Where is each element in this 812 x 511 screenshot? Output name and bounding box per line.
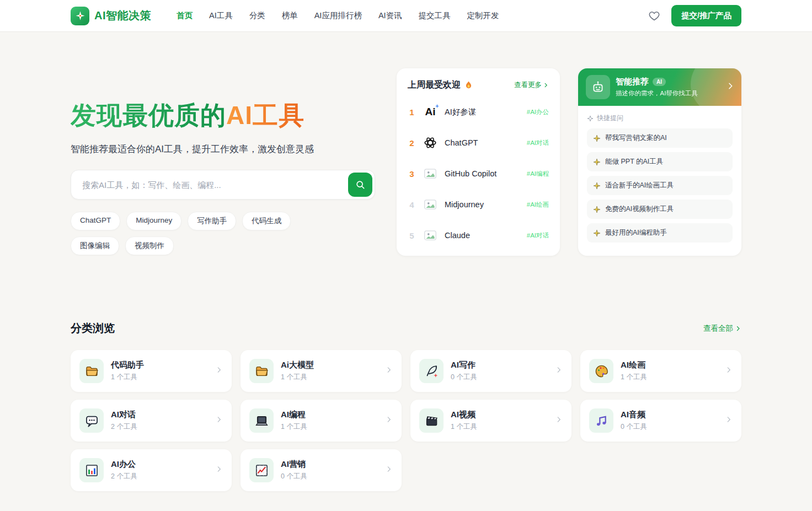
- tag-code-generation[interactable]: 代码生成: [242, 212, 291, 230]
- recommend-title: 智能推荐: [616, 77, 649, 87]
- popular-item-4[interactable]: 4 Midjourney #AI绘画: [408, 189, 549, 220]
- chevron-right-icon: [385, 416, 393, 426]
- chat-bubble-icon: [79, 408, 104, 433]
- quick-question-1[interactable]: 帮我写营销文案的AI: [587, 128, 733, 148]
- line-chart-icon: [249, 458, 274, 482]
- chevron-right-icon: [215, 416, 223, 426]
- category-card-ai-llm[interactable]: Ai大模型1 个工具: [241, 350, 402, 392]
- search-button[interactable]: [348, 173, 372, 197]
- ai-text-logo: Ai: [421, 104, 439, 120]
- sparkles-icon: [593, 135, 601, 142]
- search-input[interactable]: [71, 170, 375, 200]
- folder-icon: [249, 359, 274, 383]
- chevron-right-icon: [385, 366, 393, 376]
- popular-item-1[interactable]: 1 Ai AI好参谋 #AI办公: [408, 96, 549, 127]
- view-all-link[interactable]: 查看全部: [703, 324, 741, 334]
- quick-question-2[interactable]: 能做 PPT 的AI工具: [587, 152, 733, 171]
- recommend-subtitle: 描述你的需求，AI帮你找工具: [616, 89, 698, 98]
- category-card-ai-audio[interactable]: AI音频0 个工具: [580, 400, 741, 442]
- nav-item-submit-tool[interactable]: 提交工具: [419, 10, 451, 21]
- chevron-right-icon: [726, 82, 735, 93]
- hot-tags: ChatGPT Midjourney 写作助手 代码生成 图像编辑 视频制作: [71, 212, 335, 255]
- ai-badge: AI: [653, 78, 666, 86]
- smart-recommend-card: 智能推荐 AI 描述你的需求，AI帮你找工具 快捷提问 帮我写: [578, 68, 741, 256]
- category-card-ai-office[interactable]: AI办公2 个工具: [71, 449, 232, 491]
- laptop-icon: [249, 408, 274, 433]
- image-placeholder-icon: [421, 165, 439, 182]
- category-card-ai-writing[interactable]: AI写作0 个工具: [410, 350, 571, 392]
- nav-item-custom-dev[interactable]: 定制开发: [467, 10, 499, 21]
- category-card-ai-video[interactable]: AI视频1 个工具: [410, 400, 571, 442]
- chevron-right-icon: [725, 416, 733, 426]
- chevron-right-icon: [725, 366, 733, 376]
- title-green-part: 发现最优质的: [71, 101, 226, 130]
- quick-question-5[interactable]: 最好用的AI编程助手: [587, 223, 733, 243]
- clapperboard-icon: [419, 408, 444, 433]
- brand-name: AI智能决策: [94, 8, 151, 23]
- category-card-ai-coding[interactable]: AI编程1 个工具: [241, 400, 402, 442]
- image-placeholder-icon: [421, 227, 439, 244]
- nav-item-categories[interactable]: 分类: [249, 10, 265, 21]
- title-orange-part: AI工具: [226, 101, 304, 130]
- search-icon: [355, 179, 366, 190]
- feather-icon: [419, 359, 444, 383]
- folder-icon: [79, 359, 104, 383]
- nav-item-ai-news[interactable]: AI资讯: [378, 10, 402, 21]
- tag-video-production[interactable]: 视频制作: [125, 236, 174, 255]
- category-card-ai-painting[interactable]: AI绘画1 个工具: [580, 350, 741, 392]
- tag-midjourney[interactable]: Midjourney: [126, 212, 181, 230]
- music-note-icon: [589, 408, 613, 433]
- nav-links: 首页 AI工具 分类 榜单 AI应用排行榜 AI资讯 提交工具 定制开发: [177, 10, 499, 21]
- page-title: 发现最优质的AI工具: [71, 100, 378, 131]
- nav-item-app-leaderboard[interactable]: AI应用排行榜: [314, 10, 362, 21]
- tag-writing-assistant[interactable]: 写作助手: [188, 212, 236, 230]
- hero-subtitle: 智能推荐最适合你的AI工具，提升工作效率，激发创意灵感: [71, 143, 378, 155]
- quick-question-3[interactable]: 适合新手的AI绘画工具: [587, 176, 733, 195]
- image-placeholder-icon: [421, 196, 439, 213]
- nav-item-home[interactable]: 首页: [177, 10, 193, 21]
- tag-chatgpt[interactable]: ChatGPT: [71, 212, 120, 230]
- category-card-ai-chat[interactable]: AI对话2 个工具: [71, 400, 232, 442]
- popular-item-5[interactable]: 5 Claude #AI对话: [408, 220, 549, 251]
- chevron-right-icon: [735, 325, 741, 332]
- sparkles-icon: [593, 182, 601, 190]
- nav-item-rankings[interactable]: 榜单: [282, 10, 298, 21]
- popular-item-3[interactable]: 3 GitHub Copilot #AI编程: [408, 158, 549, 189]
- popular-title: 上周最受欢迎: [408, 79, 473, 91]
- quick-question-4[interactable]: 免费的AI视频制作工具: [587, 200, 733, 219]
- chevron-right-icon: [215, 366, 223, 376]
- brand-logo[interactable]: AI智能决策: [71, 7, 151, 25]
- sparkles-icon: [593, 158, 601, 166]
- tag-image-editing[interactable]: 图像编辑: [71, 236, 119, 255]
- categories-title: 分类浏览: [71, 321, 115, 336]
- robot-icon: [586, 75, 610, 99]
- popular-item-2[interactable]: 2 ChatGPT #AI对话: [408, 127, 549, 158]
- chevron-right-icon: [555, 416, 563, 426]
- chevron-right-icon: [543, 82, 549, 88]
- chevron-right-icon: [385, 465, 393, 475]
- hero-section: 发现最优质的AI工具 智能推荐最适合你的AI工具，提升工作效率，激发创意灵感 C…: [71, 68, 378, 255]
- bar-chart-icon: [79, 458, 104, 482]
- nav-item-ai-tools[interactable]: AI工具: [209, 10, 233, 21]
- sparkles-icon: [593, 229, 601, 237]
- view-more-link[interactable]: 查看更多: [514, 80, 549, 90]
- chevron-right-icon: [215, 465, 223, 475]
- sparkles-icon: [593, 206, 601, 213]
- top-navbar: AI智能决策 首页 AI工具 分类 榜单 AI应用排行榜 AI资讯 提交工具 定…: [0, 0, 812, 31]
- chevron-right-icon: [555, 366, 563, 376]
- quick-questions-label: 快捷提问: [587, 114, 733, 123]
- smart-recommend-banner[interactable]: 智能推荐 AI 描述你的需求，AI帮你找工具: [578, 68, 741, 106]
- sparkle-outline-icon: [587, 115, 594, 122]
- categories-section: 分类浏览 查看全部 代码助手1 个工具 Ai大模型1 个工具: [71, 321, 741, 491]
- popular-last-week-card: 上周最受欢迎 查看更多 1 Ai AI好参谋 #AI办公 2: [397, 68, 560, 256]
- submit-promote-button[interactable]: 提交/推广产品: [671, 5, 741, 26]
- compass-star-icon: [71, 7, 89, 25]
- flame-icon: [464, 80, 473, 90]
- openai-logo: [421, 135, 439, 151]
- heart-icon[interactable]: [647, 9, 661, 23]
- search-bar: [71, 170, 375, 200]
- category-card-code-assistant[interactable]: 代码助手1 个工具: [71, 350, 232, 392]
- category-card-ai-marketing[interactable]: AI营销0 个工具: [241, 449, 402, 491]
- palette-icon: [589, 359, 613, 383]
